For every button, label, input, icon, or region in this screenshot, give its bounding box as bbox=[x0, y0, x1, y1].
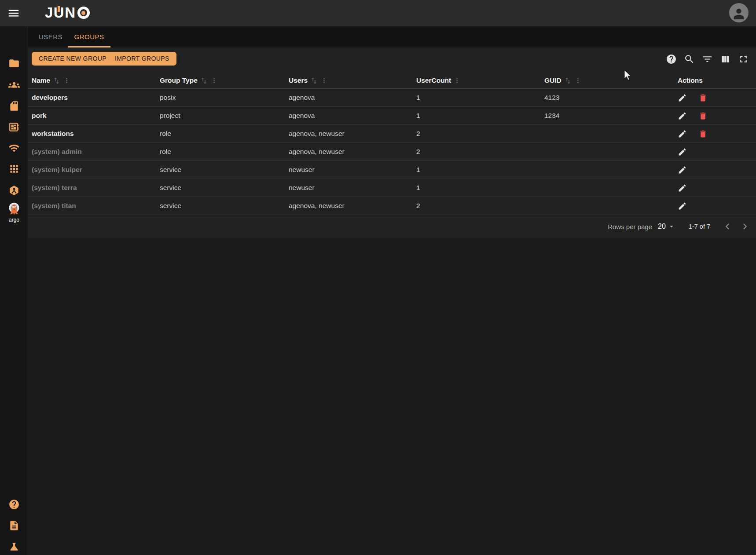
cell-group-type: role bbox=[156, 130, 285, 138]
edit-icon[interactable] bbox=[678, 129, 687, 139]
column-header-actions: Actions bbox=[674, 77, 756, 84]
apps-grid-icon[interactable] bbox=[8, 163, 20, 175]
cell-usercount: 2 bbox=[413, 148, 541, 156]
sort-icon[interactable] bbox=[52, 77, 61, 85]
rows-per-page-select[interactable]: 20 bbox=[658, 223, 675, 230]
column-header-guid[interactable]: GUID bbox=[541, 77, 674, 85]
developer-board-icon[interactable] bbox=[8, 121, 20, 133]
argo-label: argo bbox=[0, 217, 28, 223]
create-new-group-button[interactable]: CREATE NEW GROUP bbox=[32, 52, 114, 66]
search-icon[interactable] bbox=[684, 54, 695, 65]
edit-icon[interactable] bbox=[678, 93, 687, 102]
top-app-bar: JUN JUN bbox=[0, 0, 756, 26]
cell-usercount: 1 bbox=[413, 184, 541, 192]
column-menu-icon[interactable] bbox=[320, 77, 328, 84]
column-menu-icon[interactable] bbox=[574, 77, 582, 84]
cell-usercount: 1 bbox=[413, 112, 541, 120]
table-row: workstations role agenova, newuser 2 bbox=[28, 125, 756, 143]
left-nav-sidebar: argo bbox=[0, 26, 28, 555]
cell-group-type: service bbox=[156, 184, 285, 192]
cell-name: workstations bbox=[28, 130, 156, 138]
cell-users: agenova bbox=[285, 94, 413, 102]
table-body: developers posix agenova 1 4123 pork pro… bbox=[28, 89, 756, 215]
cell-actions bbox=[674, 165, 756, 175]
delete-icon[interactable] bbox=[698, 111, 708, 120]
groups-table-card: CREATE NEW GROUP IMPORT GROUPS Name Grou… bbox=[28, 47, 756, 238]
menu-icon[interactable] bbox=[7, 7, 20, 20]
help-icon[interactable] bbox=[8, 499, 20, 510]
table-row: developers posix agenova 1 4123 bbox=[28, 89, 756, 107]
table-row: (system) titan service agenova, newuser … bbox=[28, 197, 756, 215]
tab-groups[interactable]: GROUPS bbox=[68, 26, 110, 47]
cell-guid: 1234 bbox=[541, 112, 674, 120]
edit-icon[interactable] bbox=[678, 165, 687, 175]
delete-icon[interactable] bbox=[698, 93, 708, 102]
cell-name: (system) titan bbox=[28, 202, 156, 210]
cell-usercount: 1 bbox=[413, 166, 541, 174]
cell-users: agenova, newuser bbox=[285, 202, 413, 210]
cell-guid: 4123 bbox=[541, 94, 674, 102]
tab-users[interactable]: USERS bbox=[33, 26, 68, 47]
edit-icon[interactable] bbox=[678, 111, 687, 120]
cell-users: agenova, newuser bbox=[285, 148, 413, 156]
table-pagination: Rows per page 20 1-7 of 7 bbox=[28, 215, 756, 238]
science-flask-icon[interactable] bbox=[8, 541, 20, 552]
cell-users: agenova, newuser bbox=[285, 130, 413, 138]
cell-group-type: role bbox=[156, 148, 285, 156]
cell-usercount: 2 bbox=[413, 130, 541, 138]
cell-actions bbox=[674, 129, 756, 139]
column-header-usercount[interactable]: UserCount bbox=[413, 77, 541, 84]
cell-name: pork bbox=[28, 112, 156, 120]
cell-name: (system) kuiper bbox=[28, 166, 156, 174]
previous-page-icon[interactable] bbox=[722, 221, 733, 232]
cell-users: newuser bbox=[285, 184, 413, 192]
wifi-icon[interactable] bbox=[8, 142, 20, 154]
edit-icon[interactable] bbox=[678, 147, 687, 157]
cell-actions bbox=[674, 93, 756, 102]
package-hexagon-icon[interactable] bbox=[8, 185, 20, 196]
column-menu-icon[interactable] bbox=[63, 77, 70, 84]
account-avatar[interactable] bbox=[729, 3, 749, 22]
column-menu-icon[interactable] bbox=[210, 77, 218, 84]
column-menu-icon[interactable] bbox=[453, 77, 461, 84]
table-row: pork project agenova 1 1234 bbox=[28, 107, 756, 125]
cell-actions bbox=[674, 183, 756, 193]
cell-group-type: project bbox=[156, 112, 285, 120]
dropdown-caret-icon bbox=[668, 223, 675, 230]
rows-per-page-label: Rows per page bbox=[608, 223, 652, 230]
cell-actions bbox=[674, 147, 756, 157]
cell-name: developers bbox=[28, 94, 156, 102]
sort-icon[interactable] bbox=[564, 77, 572, 85]
folder-icon[interactable] bbox=[8, 58, 20, 69]
cell-users: newuser bbox=[285, 166, 413, 174]
table-header-row: Name Group Type Users UserCount GUID Act… bbox=[28, 73, 756, 89]
table-row: (system) kuiper service newuser 1 bbox=[28, 161, 756, 179]
next-page-icon[interactable] bbox=[739, 221, 751, 232]
filter-icon[interactable] bbox=[702, 54, 713, 65]
import-groups-button[interactable]: IMPORT GROUPS bbox=[108, 52, 176, 66]
sd-card-icon[interactable] bbox=[8, 100, 20, 112]
fullscreen-icon[interactable] bbox=[738, 54, 749, 65]
document-icon[interactable] bbox=[8, 520, 20, 531]
cell-usercount: 2 bbox=[413, 202, 541, 210]
column-header-name[interactable]: Name bbox=[28, 77, 156, 85]
edit-icon[interactable] bbox=[678, 201, 687, 211]
table-row: (system) terra service newuser 1 bbox=[28, 179, 756, 197]
cell-name: (system) terra bbox=[28, 184, 156, 192]
page-range-label: 1-7 of 7 bbox=[689, 223, 710, 230]
sort-icon[interactable] bbox=[200, 77, 208, 85]
person-icon bbox=[731, 6, 746, 21]
argo-mascot-icon[interactable] bbox=[7, 202, 21, 217]
help-circle-icon[interactable] bbox=[666, 54, 677, 65]
edit-icon[interactable] bbox=[678, 183, 687, 193]
cell-name: (system) admin bbox=[28, 148, 156, 156]
groups-icon[interactable] bbox=[8, 79, 20, 91]
table-toolbar-icons bbox=[666, 54, 749, 65]
delete-icon[interactable] bbox=[698, 129, 708, 139]
sort-icon[interactable] bbox=[310, 77, 318, 85]
cell-group-type: service bbox=[156, 202, 285, 210]
columns-icon[interactable] bbox=[720, 54, 731, 65]
column-header-group-type[interactable]: Group Type bbox=[156, 77, 285, 85]
cell-actions bbox=[674, 111, 756, 120]
column-header-users[interactable]: Users bbox=[285, 77, 413, 85]
